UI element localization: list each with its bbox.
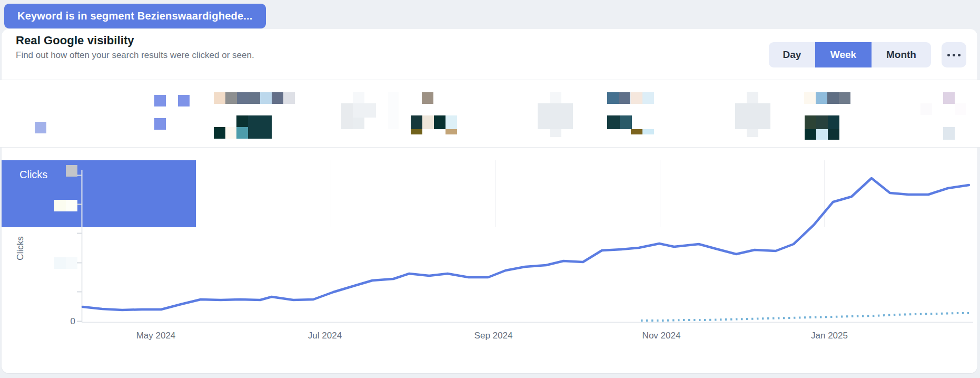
x-axis-label: Jan 2025 — [811, 331, 848, 341]
redacted-pixel-block — [178, 95, 190, 106]
redacted-pixel-block — [619, 92, 630, 104]
redacted-pixel-block — [735, 103, 770, 129]
day-button[interactable]: Day — [769, 42, 815, 67]
y-axis-title: Clicks — [15, 225, 26, 272]
redacted-pixel-block — [54, 200, 66, 211]
redacted-pixel-block — [747, 129, 758, 137]
redacted-pixel-block — [54, 257, 66, 269]
redacted-pixel-block — [236, 115, 248, 127]
redacted-pixel-block — [631, 92, 642, 104]
segment-badge[interactable]: Keyword is in segment Bezienswaardighede… — [4, 4, 266, 28]
redacted-pixel-block — [631, 129, 642, 134]
redacted-pixel-block — [538, 103, 573, 129]
tab-redacted-4[interactable] — [495, 160, 660, 227]
redacted-pixel-block — [236, 127, 248, 139]
x-axis-label: Nov 2024 — [642, 331, 681, 341]
redacted-pixel-block — [422, 92, 433, 104]
redacted-pixel-block — [248, 115, 272, 139]
redacted-pixel-block — [550, 92, 561, 103]
week-button[interactable]: Week — [815, 42, 872, 67]
redacted-pixel-block — [804, 92, 816, 104]
page-subtitle: Find out how often your search results w… — [16, 50, 254, 61]
redacted-pixel-block — [955, 103, 966, 115]
redacted-pixel-block — [225, 127, 237, 139]
tab-redacted-2[interactable] — [196, 160, 331, 227]
redacted-pixel-block — [214, 127, 225, 139]
ellipsis-icon — [947, 54, 961, 56]
redacted-pixel-block — [23, 122, 35, 133]
redacted-pixel-block — [66, 257, 77, 269]
redacted-pixel-block — [828, 115, 839, 129]
redacted-pixel-block — [550, 129, 561, 137]
redacted-pixel-block — [943, 127, 955, 140]
tab-clicks[interactable]: Clicks — [2, 160, 196, 227]
redacted-pixel-block — [249, 92, 260, 104]
redacted-pixel-block — [35, 122, 46, 133]
redacted-pixel-block — [828, 129, 839, 140]
tab-clicks-label: Clicks — [19, 169, 47, 181]
redacted-pixel-block — [607, 115, 620, 129]
redacted-pixel-block — [816, 92, 827, 104]
x-axis-label: Sep 2024 — [474, 331, 513, 341]
redacted-pixel-block — [943, 92, 955, 104]
redacted-pixel-block — [747, 92, 758, 103]
redacted-pixel-block — [642, 92, 654, 104]
tab-redacted-6[interactable] — [824, 160, 977, 227]
redacted-pixel-block — [422, 115, 434, 129]
redacted-pixel-block — [353, 103, 376, 118]
redacted-pixel-block — [411, 129, 422, 134]
redacted-pixel-block — [434, 115, 446, 129]
y-axis-zero-label: 0 — [59, 316, 75, 327]
redacted-pixel-block — [920, 103, 932, 115]
redacted-pixel-block — [283, 92, 295, 104]
redacted-pixel-block — [388, 92, 399, 129]
redacted-pixel-block — [154, 118, 166, 130]
redacted-pixel-block — [805, 115, 816, 129]
redacted-pixel-block — [66, 165, 77, 177]
x-axis-label: May 2024 — [136, 331, 176, 341]
redacted-pixel-block — [353, 92, 364, 103]
redacted-pixel-block — [260, 92, 272, 104]
redacted-pixel-block — [46, 122, 58, 133]
redacted-pixel-block — [446, 129, 457, 134]
redacted-pixel-block — [214, 92, 225, 104]
redacted-pixel-block — [839, 92, 850, 104]
redacted-pixel-block — [607, 92, 619, 104]
more-options-button[interactable] — [942, 42, 966, 67]
month-button[interactable]: Month — [872, 42, 931, 67]
redacted-pixel-block — [225, 92, 237, 104]
tab-redacted-5[interactable] — [660, 160, 824, 227]
redacted-pixel-block — [353, 118, 364, 129]
redacted-pixel-block — [620, 115, 632, 129]
tab-redacted-3[interactable] — [331, 160, 495, 227]
redacted-pixel-block — [805, 129, 816, 140]
redacted-pixel-block — [411, 115, 422, 129]
redacted-pixel-block — [237, 92, 249, 104]
redacted-pixel-block — [272, 92, 283, 104]
redacted-pixel-block — [66, 200, 77, 211]
redacted-pixel-block — [446, 115, 457, 129]
page-title: Real Google visibility — [16, 34, 134, 47]
redacted-pixel-block — [154, 95, 166, 106]
x-axis-label: Jul 2024 — [308, 331, 342, 341]
redacted-pixel-block — [816, 129, 828, 140]
redacted-pixel-block — [816, 115, 828, 129]
redacted-pixel-block — [341, 103, 353, 129]
redacted-pixel-block — [827, 92, 839, 104]
granularity-switch: Day Week Month — [769, 42, 931, 67]
screen: Keyword is in segment Bezienswaardighede… — [0, 0, 980, 378]
redacted-pixel-block — [642, 129, 654, 134]
